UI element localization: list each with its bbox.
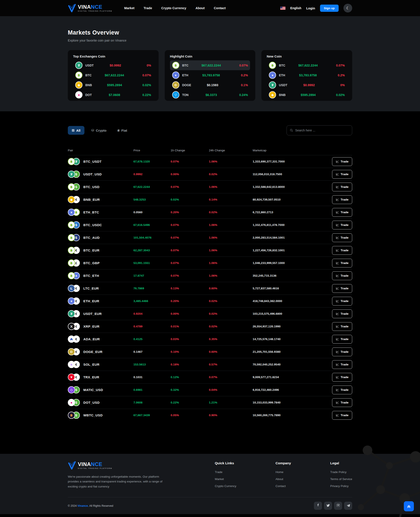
change-1h-cell: 0.12%	[171, 376, 209, 379]
change-1h-cell: 0.10%	[171, 350, 209, 354]
language-selector[interactable]: English	[290, 6, 301, 10]
brand-logo[interactable]: VINANCE DIGITAL TRADING PLATFORM	[68, 4, 112, 12]
trade-button[interactable]: Trade	[332, 259, 352, 267]
marketcap-cell: 5,727,837,580.4616	[253, 287, 328, 290]
coin-row-ton[interactable]: ▽TON$6.33730.24%	[170, 90, 250, 100]
coin-row-btc[interactable]: ฿BTC$67,622.22440.07%	[73, 70, 153, 80]
telegram-button[interactable]	[344, 502, 352, 510]
trade-button[interactable]: Trade	[332, 208, 352, 217]
trade-button[interactable]: Trade	[332, 221, 352, 229]
column-header: 1h Change	[171, 149, 209, 152]
coin-row-usdt[interactable]: ₮USDT$0.99920%	[73, 60, 153, 70]
change-24h-cell: 0.57%	[209, 363, 253, 366]
trade-button[interactable]: Trade	[332, 347, 352, 356]
telegram-icon	[346, 504, 350, 508]
coin-row-eth[interactable]: ♦ETH$3,783.97580.2%	[267, 70, 347, 80]
coin-row-dot[interactable]: ●DOT$7.06080.22%	[73, 90, 153, 100]
tab-all[interactable]: ⊞All	[68, 126, 84, 135]
trade-button[interactable]: Trade	[332, 183, 352, 191]
price-cell: 153.5613	[134, 363, 171, 366]
price-cell: 67,678.1320	[134, 160, 171, 163]
change-1h-cell: 0.03%	[171, 337, 209, 341]
coin-change: 0.24%	[234, 93, 248, 97]
nav-item-about[interactable]: About	[195, 6, 205, 10]
nav-item-crypto-currency[interactable]: Crypto Currency	[161, 6, 186, 10]
table-row: ₮€USDT_EUR0.92040.00%0.02%103,215,575,49…	[68, 307, 352, 320]
filter-bar: ⊞All⛁Crypto₴Fiat	[68, 125, 352, 135]
facebook-button[interactable]	[314, 502, 322, 510]
trade-button[interactable]: Trade	[332, 284, 352, 293]
footer-link-crypto-currency[interactable]: Crypto Currency	[215, 484, 236, 488]
trade-button[interactable]: Trade	[332, 297, 352, 305]
coin-row-eth[interactable]: ♦ETH$3,783.97580.2%	[170, 70, 250, 80]
nav-item-market[interactable]: Market	[124, 6, 135, 10]
coin-row-bnb[interactable]: ◆BNB$595.28940.02%	[73, 80, 153, 90]
change-1h-cell: 0.22%	[171, 401, 209, 404]
scroll-to-top-button[interactable]	[404, 501, 414, 511]
trade-button[interactable]: Trade	[332, 271, 352, 280]
coin-symbol: ETH	[279, 74, 285, 77]
footer-link-privacy-policy[interactable]: Privacy Policy	[330, 484, 352, 488]
nav-item-trade[interactable]: Trade	[144, 6, 152, 10]
pair-name: ETH_EUR	[83, 299, 99, 303]
change-1h-cell: 0.05%	[171, 414, 209, 417]
tab-crypto[interactable]: ⛁Crypto	[88, 126, 111, 135]
coin-row-bnb[interactable]: ◆BNB$595.28940.02%	[267, 90, 347, 100]
footer-link-terms-of-service[interactable]: Terms of Service	[330, 477, 352, 481]
btc-coin-icon: ฿	[68, 234, 75, 241]
ton-coin-icon: ▽	[172, 91, 179, 98]
theme-toggle[interactable]: ☾	[344, 4, 352, 13]
chart-icon	[336, 274, 339, 277]
trade-button[interactable]: Trade	[332, 373, 352, 382]
twitter-button[interactable]	[324, 502, 332, 510]
trade-button[interactable]: Trade	[332, 246, 352, 255]
pair-icons: ฿$	[68, 234, 80, 241]
marketcap-cell: 418,748,843,382.0000	[253, 299, 328, 303]
signup-button[interactable]: Sign up	[320, 5, 339, 12]
pair-icons: ฿$	[68, 183, 80, 191]
footer-link-trade[interactable]: Trade	[215, 470, 236, 474]
trade-button[interactable]: Trade	[332, 398, 352, 407]
search-input[interactable]	[295, 129, 349, 132]
coin-row-btc[interactable]: ฿BTC$67,622.22440.07%	[267, 60, 347, 70]
pair-icons: ▼€	[68, 374, 80, 381]
footer-brand-logo[interactable]: VINANCE DIGITAL TRADING PLATFORM	[68, 461, 165, 470]
coin-row-btc[interactable]: ฿BTC$67,622.22440.07%	[170, 60, 250, 70]
footer-link-home[interactable]: Home	[276, 470, 291, 474]
footer-link-about[interactable]: About	[276, 477, 291, 481]
pair-icons: Ð€	[68, 348, 80, 355]
price-cell: 17.8747	[134, 274, 171, 277]
pair-icons: X€	[68, 323, 80, 330]
trade-button[interactable]: Trade	[332, 170, 352, 179]
change-1h-cell: 0.07%	[171, 236, 209, 239]
btc-coin-icon: ฿	[172, 62, 179, 69]
trade-button[interactable]: Trade	[332, 310, 352, 318]
usdt-coin-icon: ₮	[75, 62, 82, 69]
search-box[interactable]	[286, 125, 352, 135]
trade-button[interactable]: Trade	[332, 411, 352, 420]
trade-button[interactable]: Trade	[332, 233, 352, 242]
login-link[interactable]: Login	[306, 6, 315, 10]
pair-name: LTC_EUR	[83, 287, 99, 290]
trade-button[interactable]: Trade	[332, 385, 352, 394]
trade-button[interactable]: Trade	[332, 335, 352, 344]
trade-button[interactable]: Trade	[332, 322, 352, 331]
trade-button[interactable]: Trade	[332, 157, 352, 166]
change-1h-cell: 0.07%	[171, 160, 209, 163]
nav-item-contact[interactable]: Contact	[214, 6, 226, 10]
vinance-v-icon	[68, 4, 76, 12]
footer-link-contact[interactable]: Contact	[276, 484, 291, 488]
footer-link-trade-policy[interactable]: Trade Policy	[330, 470, 352, 474]
trade-button[interactable]: Trade	[332, 360, 352, 369]
market-card: Highlight Coin฿BTC$67,622.22440.07%♦ETH$…	[165, 50, 255, 101]
pair-name: XRP_EUR	[83, 325, 99, 328]
btc-coin-icon: ฿	[75, 72, 82, 79]
tab-fiat[interactable]: ₴Fiat	[113, 126, 131, 135]
coin-row-usdt[interactable]: ₮USDT$0.99920%	[267, 80, 347, 90]
instagram-button[interactable]	[334, 502, 342, 510]
coin-row-doge[interactable]: ÐDOGE$0.15930.1%	[170, 80, 250, 90]
footer-link-market[interactable]: Market	[215, 477, 236, 481]
column-header: Price	[134, 149, 171, 152]
market-card: Top Exchanges Coin₮USDT$0.99920%฿BTC$67,…	[68, 50, 159, 101]
trade-button[interactable]: Trade	[332, 195, 352, 204]
